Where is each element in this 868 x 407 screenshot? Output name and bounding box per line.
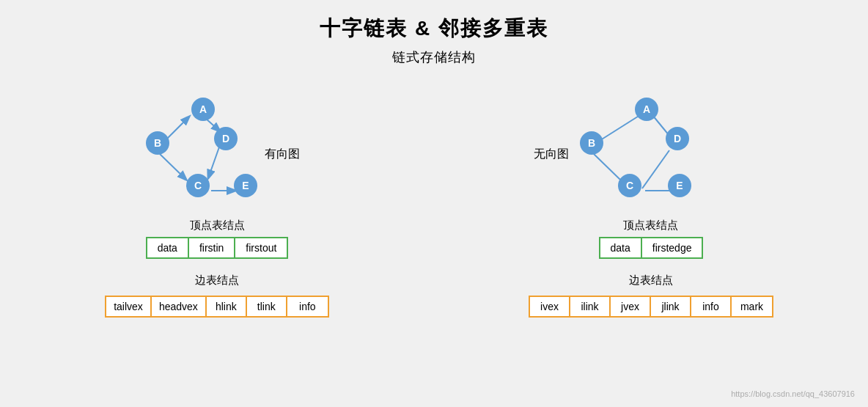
right-vertex-cell-0: data bbox=[600, 238, 642, 257]
node-E-undirected: E bbox=[668, 174, 691, 197]
right-section: A B D C E 无向图 顶点表结点 data firstedge 边表结点 … bbox=[443, 77, 859, 318]
right-edge-cell-4: info bbox=[691, 297, 732, 316]
node-A-undirected: A bbox=[635, 98, 658, 121]
right-vertex-table: data firstedge bbox=[599, 237, 704, 259]
watermark: https://blog.csdn.net/qq_43607916 bbox=[731, 389, 855, 398]
left-edge-cell-2: hlink bbox=[207, 297, 247, 316]
left-vertex-cell-0: data bbox=[147, 238, 189, 257]
left-edge-label: 边表结点 bbox=[195, 274, 239, 287]
left-edge-cell-1: headvex bbox=[152, 297, 207, 316]
left-vertex-cell-2: firstout bbox=[235, 238, 287, 257]
subtitle: 链式存储结构 bbox=[392, 48, 476, 66]
node-D-directed: D bbox=[214, 127, 238, 150]
svg-line-1 bbox=[160, 154, 186, 180]
right-vertex-label: 顶点表结点 bbox=[623, 219, 678, 232]
left-vertex-table: data firstin firstout bbox=[146, 237, 289, 259]
svg-line-5 bbox=[598, 115, 640, 142]
right-edge-cell-0: ivex bbox=[530, 297, 570, 316]
main-title: 十字链表 & 邻接多重表 bbox=[320, 15, 548, 43]
node-E-directed: E bbox=[234, 174, 257, 197]
node-B-undirected: B bbox=[580, 131, 603, 155]
node-B-directed: B bbox=[146, 131, 169, 155]
left-edge-table: tailvex headvex hlink tlink info bbox=[105, 296, 329, 318]
left-edge-cell-3: tlink bbox=[247, 297, 287, 316]
undirected-graph: A B D C E 无向图 bbox=[512, 77, 790, 213]
node-C-directed: C bbox=[186, 174, 210, 197]
left-vertex-cell-1: firstin bbox=[189, 238, 235, 257]
right-vertex-table-container: 顶点表结点 data firstedge bbox=[599, 219, 704, 259]
left-edge-cell-0: tailvex bbox=[106, 297, 152, 316]
right-edge-cell-3: jlink bbox=[651, 297, 691, 316]
node-A-directed: A bbox=[191, 98, 215, 121]
right-edge-table: ivex ilink jvex jlink info mark bbox=[529, 296, 773, 318]
right-edge-cell-1: ilink bbox=[570, 297, 611, 316]
right-edge-label: 边表结点 bbox=[629, 274, 673, 287]
right-vertex-cell-1: firstedge bbox=[642, 238, 702, 257]
left-vertex-label: 顶点表结点 bbox=[190, 219, 245, 232]
right-edge-cell-2: jvex bbox=[611, 297, 651, 316]
node-D-undirected: D bbox=[666, 127, 689, 150]
left-vertex-table-container: 顶点表结点 data firstin firstout bbox=[146, 219, 289, 259]
left-section: A B D C E 有向图 顶点表结点 data firstin firstou… bbox=[9, 77, 425, 318]
node-C-undirected: C bbox=[618, 174, 641, 197]
right-edge-cell-5: mark bbox=[732, 297, 772, 316]
left-edge-cell-4: info bbox=[287, 297, 328, 316]
svg-line-7 bbox=[594, 154, 620, 180]
left-edge-table-container: 边表结点 tailvex headvex hlink tlink info bbox=[105, 274, 329, 318]
directed-graph: A B D C E 有向图 bbox=[78, 77, 356, 213]
right-edge-table-container: 边表结点 ivex ilink jvex jlink info mark bbox=[529, 274, 773, 318]
svg-line-8 bbox=[642, 150, 669, 188]
